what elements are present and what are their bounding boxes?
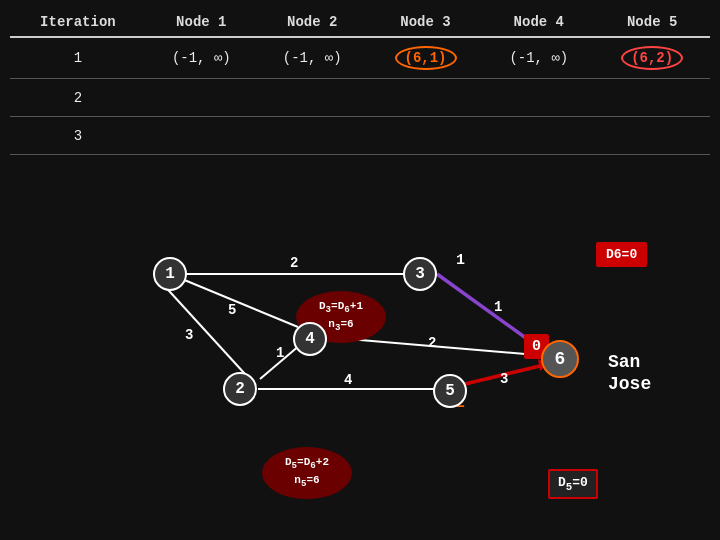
d6-zero-label: D6=0 bbox=[596, 242, 647, 267]
cell-iter-2: 2 bbox=[10, 79, 146, 117]
col-header-iteration: Iteration bbox=[10, 8, 146, 37]
cell-r2-n1 bbox=[146, 79, 257, 117]
graph-node-6: 6 bbox=[541, 340, 579, 378]
cell-r1-n1: (-1, ∞) bbox=[146, 37, 257, 79]
graph-section: 2 5 3 1 4 1 2 3 1 2 D3=D6+1 n3=6 D5=D6+2… bbox=[0, 159, 720, 519]
d5-zero-label: D5=0 bbox=[548, 469, 598, 499]
svg-text:1: 1 bbox=[456, 252, 465, 269]
graph-node-4: 4 bbox=[293, 322, 327, 356]
san-jose-label: SanJose bbox=[608, 352, 651, 395]
svg-text:5: 5 bbox=[228, 302, 236, 318]
svg-text:1: 1 bbox=[494, 299, 502, 315]
col-header-node2: Node 2 bbox=[257, 8, 368, 37]
cell-r1-n2: (-1, ∞) bbox=[257, 37, 368, 79]
cell-r3-n3 bbox=[368, 117, 484, 155]
col-header-node5: Node 5 bbox=[594, 8, 710, 37]
cell-r2-n3 bbox=[368, 79, 484, 117]
graph-node-1: 1 bbox=[153, 257, 187, 291]
svg-text:1: 1 bbox=[276, 345, 284, 361]
col-header-node1: Node 1 bbox=[146, 8, 257, 37]
cell-r3-n1 bbox=[146, 117, 257, 155]
svg-line-1 bbox=[182, 279, 298, 327]
iteration-table: Iteration Node 1 Node 2 Node 3 Node 4 No… bbox=[10, 8, 710, 155]
graph-node-5: 5 bbox=[433, 374, 467, 408]
table-row: 2 bbox=[10, 79, 710, 117]
cell-r3-n5 bbox=[594, 117, 710, 155]
cloud1-line2: n3=6 bbox=[328, 317, 353, 335]
node5-circled: (6,2) bbox=[621, 46, 683, 70]
table-section: Iteration Node 1 Node 2 Node 3 Node 4 No… bbox=[0, 0, 720, 155]
col-header-node3: Node 3 bbox=[368, 8, 484, 37]
col-header-node4: Node 4 bbox=[483, 8, 594, 37]
svg-text:3: 3 bbox=[500, 371, 508, 387]
cell-r1-n5: (6,2) bbox=[594, 37, 710, 79]
svg-text:2: 2 bbox=[428, 335, 436, 351]
svg-text:3: 3 bbox=[185, 327, 193, 343]
cell-r3-n2 bbox=[257, 117, 368, 155]
cell-r2-n5 bbox=[594, 79, 710, 117]
svg-text:2: 2 bbox=[290, 255, 298, 271]
cell-r2-n2 bbox=[257, 79, 368, 117]
cloud-annotation-2: D5=D6+2 n5=6 bbox=[262, 447, 352, 499]
cell-r2-n4 bbox=[483, 79, 594, 117]
cell-r1-n3: (6,1) bbox=[368, 37, 484, 79]
cell-r1-n4: (-1, ∞) bbox=[483, 37, 594, 79]
table-row: 3 bbox=[10, 117, 710, 155]
graph-node-3: 3 bbox=[403, 257, 437, 291]
cloud2-line2: n5=6 bbox=[294, 473, 319, 491]
cell-iter-1: 1 bbox=[10, 37, 146, 79]
cell-iter-3: 3 bbox=[10, 117, 146, 155]
svg-text:4: 4 bbox=[344, 372, 352, 388]
node3-circled: (6,1) bbox=[395, 46, 457, 70]
svg-line-2 bbox=[160, 281, 245, 374]
table-row: 1 (-1, ∞) (-1, ∞) (6,1) (-1, ∞) (6,2) bbox=[10, 37, 710, 79]
cloud1-line1: D3=D6+1 bbox=[319, 299, 363, 317]
cloud2-line1: D5=D6+2 bbox=[285, 455, 329, 473]
cell-r3-n4 bbox=[483, 117, 594, 155]
graph-node-2: 2 bbox=[223, 372, 257, 406]
